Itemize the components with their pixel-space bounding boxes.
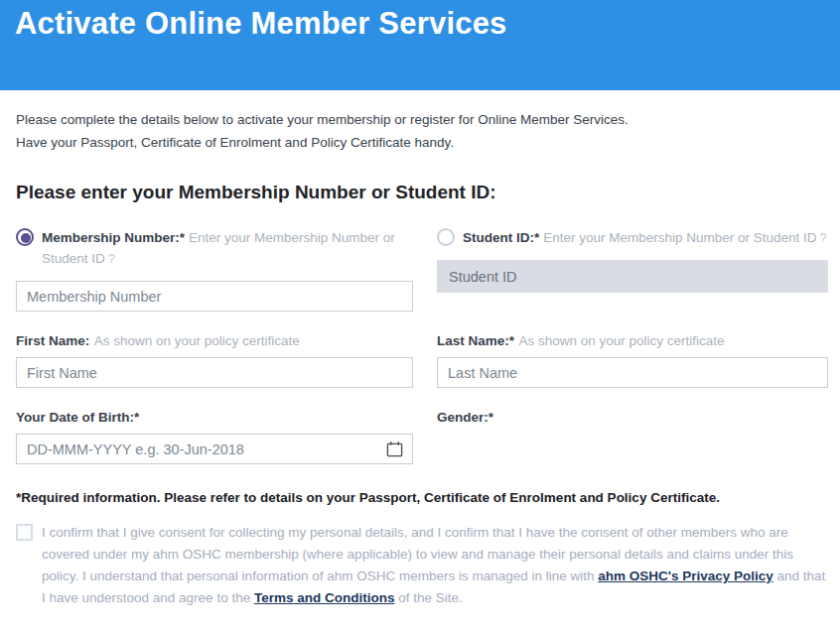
first-name-label: First Name: bbox=[16, 333, 89, 348]
help-icon[interactable]: ? bbox=[817, 230, 827, 245]
last-name-hint: As shown on your policy certificate bbox=[518, 333, 724, 348]
first-name-label-row: First Name: As shown on your policy cert… bbox=[16, 331, 413, 349]
consent-text-part3: of the Site. bbox=[394, 590, 462, 605]
gender-label: Gender:* bbox=[437, 410, 493, 425]
membership-radio-label[interactable]: Membership Number:* bbox=[42, 230, 185, 245]
student-id-input bbox=[437, 260, 828, 293]
dob-field-wrap bbox=[16, 434, 413, 464]
first-name-group: First Name: As shown on your policy cert… bbox=[16, 331, 413, 388]
consent-text: I confirm that I give consent for collec… bbox=[42, 522, 828, 608]
membership-radio-row: Membership Number:* Enter your Membershi… bbox=[16, 227, 413, 270]
dob-label-row: Your Date of Birth:* bbox=[16, 408, 413, 426]
intro-line-2: Have your Passport, Certificate of Enrol… bbox=[16, 132, 828, 155]
last-name-label: Last Name:* bbox=[437, 333, 514, 348]
intro-text: Please complete the details below to act… bbox=[16, 109, 828, 155]
gender-group: Gender:* bbox=[437, 408, 828, 426]
student-radio-text: Student ID:* Enter your Membership Numbe… bbox=[463, 227, 827, 248]
terms-and-conditions-link[interactable]: Terms and Conditions bbox=[254, 590, 395, 605]
student-id-group: Student ID:* Enter your Membership Numbe… bbox=[437, 227, 828, 293]
calendar-icon[interactable] bbox=[386, 441, 403, 457]
last-name-input[interactable] bbox=[437, 357, 828, 388]
first-name-input[interactable] bbox=[16, 357, 413, 388]
membership-number-group: Membership Number:* Enter your Membershi… bbox=[16, 227, 413, 313]
consent-section: I confirm that I give consent for collec… bbox=[16, 522, 828, 608]
intro-line-1: Please complete the details below to act… bbox=[16, 109, 828, 132]
membership-number-input[interactable] bbox=[16, 281, 413, 312]
activation-form: Membership Number:* Enter your Membershi… bbox=[16, 227, 828, 465]
section-heading: Please enter your Membership Number or S… bbox=[16, 182, 828, 203]
dob-input[interactable] bbox=[16, 434, 413, 464]
main-content: Please complete the details below to act… bbox=[0, 109, 840, 632]
student-radio-row: Student ID:* Enter your Membership Numbe… bbox=[437, 227, 828, 248]
page-title: Activate Online Member Services bbox=[0, 0, 840, 42]
student-radio-label[interactable]: Student ID:* bbox=[463, 230, 539, 245]
student-radio[interactable] bbox=[437, 228, 455, 246]
help-icon[interactable]: ? bbox=[105, 251, 115, 266]
last-name-label-row: Last Name:* As shown on your policy cert… bbox=[437, 331, 828, 349]
first-name-hint: As shown on your policy certificate bbox=[94, 333, 300, 348]
dob-group: Your Date of Birth:* bbox=[16, 408, 413, 464]
student-hint: Enter your Membership Number or Student … bbox=[543, 230, 816, 245]
dob-label: Your Date of Birth:* bbox=[16, 410, 139, 425]
gender-label-row: Gender:* bbox=[437, 408, 828, 426]
consent-checkbox[interactable] bbox=[16, 524, 33, 541]
membership-radio-text: Membership Number:* Enter your Membershi… bbox=[42, 227, 413, 270]
page-header: Activate Online Member Services bbox=[0, 0, 840, 90]
membership-radio[interactable] bbox=[16, 228, 34, 246]
required-note: *Required information. Please refer to d… bbox=[16, 490, 828, 505]
last-name-group: Last Name:* As shown on your policy cert… bbox=[437, 331, 828, 388]
privacy-policy-link[interactable]: ahm OSHC's Privacy Policy bbox=[598, 569, 773, 583]
